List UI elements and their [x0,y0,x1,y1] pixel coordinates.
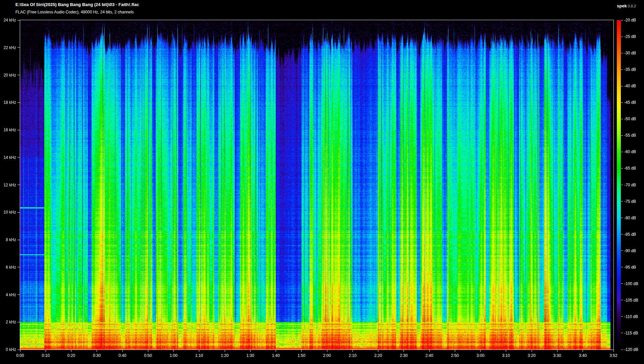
time-tick-label: 3:20 [522,353,542,358]
freq-tick [17,240,20,240]
db-tick-label: -90 dB [624,248,644,254]
db-tick-label: -70 dB [624,182,644,188]
db-tick-label: -95 dB [624,265,644,270]
time-tick [122,350,123,352]
db-tick [621,283,623,284]
freq-tick-label: 10 kHz [0,210,16,215]
time-tick [46,350,46,352]
time-tick-label: 3:30 [547,353,567,358]
db-tick-label: -45 dB [624,100,644,105]
freq-tick [17,350,20,350]
db-tick [621,333,623,333]
time-tick [378,350,378,352]
spectrogram-canvas [20,20,613,350]
db-tick-label: -25 dB [624,34,644,39]
freq-tick-label: 6 kHz [0,265,16,270]
db-tick-label: -80 dB [624,215,644,221]
spek-window: E:\Sea Of Sin\(2025) Bang Bang Bang (24 … [0,0,644,364]
db-tick [621,201,623,201]
freq-tick-label: 20 kHz [0,73,16,78]
db-tick-label: -65 dB [624,166,644,171]
time-tick [327,350,327,352]
freq-tick-label: 24 kHz [0,17,16,23]
db-tick-label: -100 dB [624,281,644,286]
db-tick [621,70,623,70]
app-version: 0.8.2 [628,4,636,8]
db-tick [621,119,623,119]
freq-tick-label: 22 kHz [0,45,16,50]
freq-tick [17,47,20,48]
time-tick [97,350,97,352]
db-tick [621,86,623,86]
time-tick-label: 0:40 [112,353,132,358]
time-tick-label: 3:40 [573,353,593,358]
time-tick-label: 0:30 [87,353,107,358]
time-tick-label: 1:10 [189,353,209,358]
file-info: FLAC (Free Lossless Audio Codec), 48000 … [15,10,134,14]
time-tick-label: 2:40 [419,353,439,358]
time-tick [148,350,148,352]
time-tick-label: 1:50 [291,353,312,358]
time-tick-label: 2:20 [368,353,388,358]
time-tick-label: 1:00 [164,353,184,358]
time-tick [455,350,455,352]
time-tick-label: 1:30 [240,353,260,358]
time-tick-label: 2:30 [394,353,414,358]
freq-tick-label: 14 kHz [0,155,16,160]
db-tick [621,251,623,251]
db-tick-label: -105 dB [624,298,644,303]
db-tick-label: -35 dB [624,67,644,72]
db-tick [621,267,623,267]
time-tick-label: 0:20 [61,353,82,358]
db-tick [621,20,623,20]
freq-tick [17,185,20,185]
time-tick-label: 3:52 [603,353,624,358]
db-tick [621,168,623,169]
freq-tick-label: 0 kHz [0,347,16,352]
freq-tick [17,102,20,103]
time-tick [199,350,199,352]
app-name: spek [617,3,627,8]
db-tick-label: -40 dB [624,83,644,89]
freq-tick-label: 2 kHz [0,319,16,325]
time-tick [480,350,481,352]
time-tick-label: 0:50 [138,353,158,358]
db-gradient-bar [617,20,621,350]
freq-tick [17,157,20,157]
time-tick-label: 0:00 [10,353,30,358]
db-tick-label: -75 dB [624,199,644,204]
freq-tick [17,20,20,20]
app-brand: spek0.8.2 [617,3,636,9]
freq-tick-label: 4 kHz [0,292,16,298]
db-tick-label: -85 dB [624,232,644,237]
time-tick [532,350,532,352]
freq-tick [17,130,20,130]
spectrogram-frame [20,20,614,350]
db-tick-label: -20 dB [624,17,644,23]
time-tick [613,350,614,352]
db-tick-label: -115 dB [624,330,644,336]
db-tick [621,234,623,234]
db-tick [621,218,623,218]
time-tick [583,350,583,352]
db-tick [621,350,623,350]
freq-tick-label: 18 kHz [0,100,16,105]
time-tick-label: 1:20 [215,353,235,358]
freq-tick [17,212,20,213]
db-tick [621,135,623,136]
time-tick [20,350,20,352]
time-tick [353,350,353,352]
db-tick [621,53,623,53]
time-tick-label: 2:10 [342,353,363,358]
db-tick [621,37,623,37]
freq-tick [17,322,20,322]
time-tick-label: 2:00 [317,353,337,358]
db-tick [621,102,623,103]
time-tick [506,350,506,352]
freq-tick [17,294,20,295]
time-tick-label: 1:40 [266,353,286,358]
time-tick-label: 0:10 [36,353,56,358]
time-tick [225,350,225,352]
time-tick [301,350,302,352]
time-tick [429,350,430,352]
